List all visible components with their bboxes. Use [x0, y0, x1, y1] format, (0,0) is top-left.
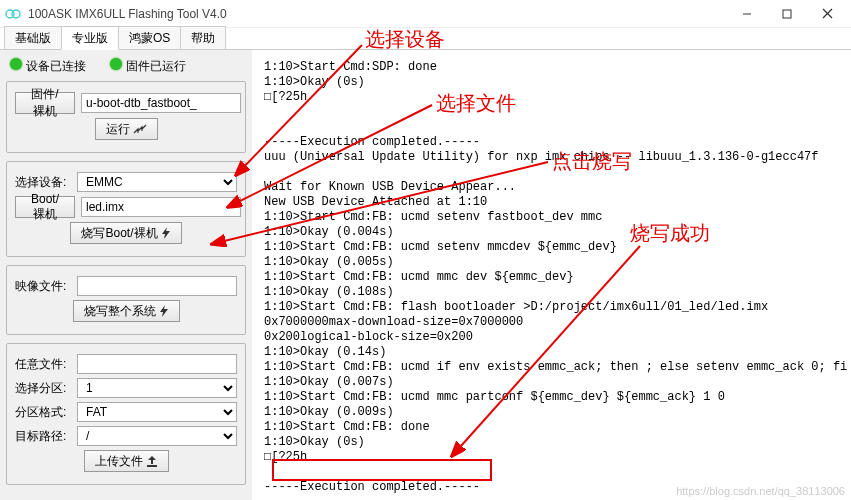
- format-label: 分区格式:: [15, 404, 71, 421]
- device-boot-group: 选择设备: EMMC Boot/裸机 烧写Boot/裸机: [6, 161, 246, 257]
- run-button[interactable]: 运行: [95, 118, 158, 140]
- path-label: 目标路径:: [15, 428, 71, 445]
- svg-point-1: [12, 10, 20, 18]
- image-group: 映像文件: 烧写整个系统: [6, 265, 246, 335]
- flash-system-button[interactable]: 烧写整个系统: [73, 300, 180, 322]
- firmware-label-button[interactable]: 固件/裸机: [15, 92, 75, 114]
- upload-button[interactable]: 上传文件: [84, 450, 169, 472]
- minimize-button[interactable]: [727, 0, 767, 28]
- close-button[interactable]: [807, 0, 847, 28]
- boot-file-input[interactable]: [81, 197, 241, 217]
- path-select[interactable]: /: [77, 426, 237, 446]
- image-label: 映像文件:: [15, 278, 71, 295]
- device-select[interactable]: EMMC: [77, 172, 237, 192]
- anyfile-label: 任意文件:: [15, 356, 71, 373]
- tab-pro[interactable]: 专业版: [61, 26, 119, 50]
- firmware-group: 固件/裸机 运行: [6, 81, 246, 153]
- boot-label-button[interactable]: Boot/裸机: [15, 196, 75, 218]
- status-row: 设备已连接 固件已运行: [6, 56, 246, 81]
- window-titlebar: 100ASK IMX6ULL Flashing Tool V4.0: [0, 0, 851, 28]
- console-panel: 1:10>Start Cmd:SDP: done 1:10>Okay (0s) …: [252, 50, 851, 500]
- status-running: 固件已运行: [110, 58, 186, 75]
- firmware-input[interactable]: [81, 93, 241, 113]
- format-select[interactable]: FAT: [77, 402, 237, 422]
- partition-select[interactable]: 1: [77, 378, 237, 398]
- device-label: 选择设备:: [15, 174, 71, 191]
- tab-harmony[interactable]: 鸿蒙OS: [118, 26, 181, 49]
- left-panel: 设备已连接 固件已运行 固件/裸机 运行 选择设备: EMMC Boot/裸机 …: [0, 50, 252, 500]
- annotation-select-device: 选择设备: [365, 26, 445, 53]
- maximize-button[interactable]: [767, 0, 807, 28]
- tab-help[interactable]: 帮助: [180, 26, 226, 49]
- tab-basic[interactable]: 基础版: [4, 26, 62, 49]
- svg-rect-3: [783, 10, 791, 18]
- highlight-box: [272, 459, 492, 481]
- partition-label: 选择分区:: [15, 380, 71, 397]
- window-title: 100ASK IMX6ULL Flashing Tool V4.0: [28, 7, 727, 21]
- app-icon: [4, 5, 22, 23]
- run-icon: [133, 123, 147, 135]
- annotation-select-file: 选择文件: [436, 90, 516, 117]
- lightning-icon: [159, 305, 169, 317]
- lightning-icon: [161, 227, 171, 239]
- console-output: 1:10>Start Cmd:SDP: done 1:10>Okay (0s) …: [264, 60, 851, 496]
- anyfile-input[interactable]: [77, 354, 237, 374]
- flash-boot-button[interactable]: 烧写Boot/裸机: [70, 222, 181, 244]
- anyfile-group: 任意文件: 选择分区: 1 分区格式: FAT 目标路径: / 上传文件: [6, 343, 246, 485]
- annotation-flash-success: 烧写成功: [630, 220, 710, 247]
- annotation-click-flash: 点击烧写: [552, 148, 632, 175]
- status-dot-icon: [10, 58, 22, 70]
- status-connected: 设备已连接: [10, 58, 86, 75]
- status-dot-icon: [110, 58, 122, 70]
- watermark: https://blog.csdn.net/qq_38113006: [676, 485, 845, 497]
- image-file-input[interactable]: [77, 276, 237, 296]
- upload-icon: [146, 455, 158, 467]
